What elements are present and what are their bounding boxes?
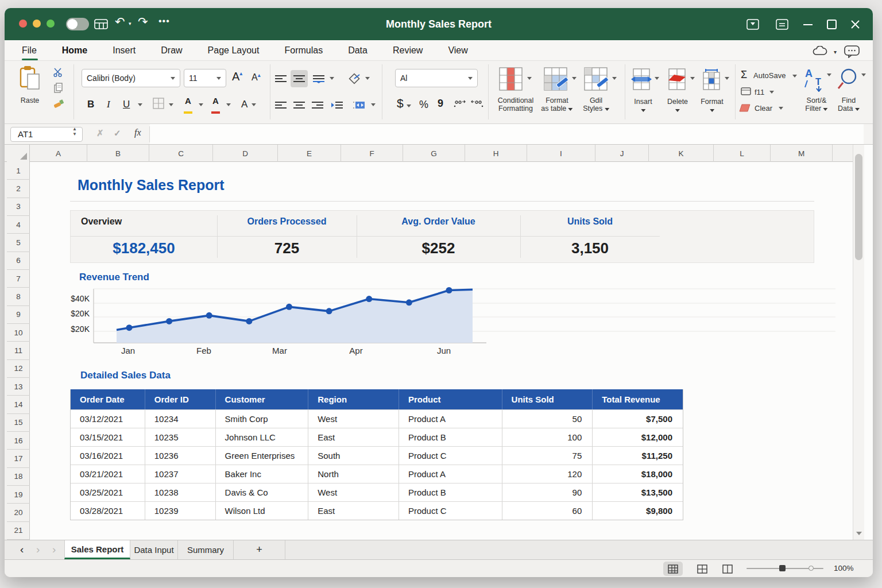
- fill-chevron-icon[interactable]: [769, 91, 774, 94]
- menu-tab-file[interactable]: File: [22, 45, 37, 56]
- row-header-9[interactable]: 9: [7, 306, 30, 324]
- menu-tab-page-layout[interactable]: Page Layout: [208, 45, 260, 56]
- borders-chevron-icon[interactable]: [169, 103, 173, 106]
- row-header-5[interactable]: 5: [7, 234, 30, 252]
- font-color-icon[interactable]: A: [211, 96, 220, 116]
- delete-cells-icon[interactable]: [666, 68, 688, 91]
- currency-chevron-icon[interactable]: [407, 105, 411, 107]
- share-chevron-icon[interactable]: ▾: [834, 49, 837, 55]
- row-header-1[interactable]: 1: [7, 162, 30, 180]
- indent-icon[interactable]: [331, 101, 343, 110]
- format-cells-icon[interactable]: [701, 68, 722, 91]
- more-font-chevron-icon[interactable]: [252, 103, 256, 106]
- scroll-down-icon[interactable]: [856, 532, 862, 535]
- format-as-table-icon[interactable]: [543, 67, 570, 92]
- prev-sheet-icon[interactable]: ‹: [20, 543, 24, 556]
- align-middle-icon[interactable]: [291, 70, 308, 87]
- decrease-font-icon[interactable]: A▴: [252, 72, 261, 83]
- number-format-select[interactable]: Al: [395, 69, 478, 87]
- sort-filter-chevron-icon[interactable]: [827, 74, 831, 76]
- normal-view-icon[interactable]: [663, 562, 683, 576]
- comma-icon[interactable]: 9: [438, 98, 443, 110]
- paste-label[interactable]: Raste: [21, 96, 40, 105]
- page-break-view-icon[interactable]: [718, 562, 737, 576]
- percent-icon[interactable]: %: [419, 99, 428, 111]
- row-header-13[interactable]: 13: [7, 378, 30, 396]
- delete-chevron-icon[interactable]: [690, 77, 695, 80]
- menu-tab-insert[interactable]: Insert: [113, 45, 136, 56]
- column-header-B[interactable]: B: [87, 145, 149, 162]
- row-header-18[interactable]: 18: [7, 468, 30, 486]
- find-data-label[interactable]: FindData: [838, 96, 860, 113]
- column-header-H[interactable]: H: [465, 145, 527, 162]
- more-font-icon[interactable]: A: [241, 99, 247, 110]
- scrollbar-thumb[interactable]: [855, 154, 862, 260]
- paste-icon[interactable]: [17, 65, 42, 91]
- column-header-L[interactable]: L: [714, 145, 771, 162]
- merge-chevron-icon[interactable]: [371, 103, 376, 106]
- row-header-2[interactable]: 2: [7, 180, 30, 198]
- cut-icon[interactable]: [53, 68, 63, 77]
- orientation-chevron-icon[interactable]: [365, 77, 370, 80]
- align-top-icon[interactable]: [274, 75, 287, 83]
- row-header-14[interactable]: 14: [7, 396, 30, 413]
- align-center-icon[interactable]: [293, 101, 305, 110]
- zoom-level[interactable]: 100%: [834, 564, 854, 572]
- page-layout-view-icon[interactable]: [693, 562, 712, 576]
- delete-label[interactable]: Delete: [667, 98, 688, 114]
- row-header-16[interactable]: 16: [7, 432, 30, 450]
- increase-font-icon[interactable]: A▴: [232, 70, 242, 83]
- format-as-table-label[interactable]: Formatas table: [541, 96, 572, 113]
- sort-filter-icon[interactable]: A T: [804, 67, 827, 92]
- menu-tab-draw[interactable]: Draw: [161, 45, 182, 56]
- row-header-8[interactable]: 8: [7, 288, 30, 305]
- comment-icon[interactable]: [844, 45, 860, 58]
- column-header-I[interactable]: I: [527, 145, 595, 162]
- row-header-19[interactable]: 19: [7, 486, 30, 504]
- column-header-G[interactable]: G: [403, 145, 465, 162]
- menu-tab-formulas[interactable]: Formulas: [284, 45, 323, 56]
- format-as-table-chevron-icon[interactable]: [572, 77, 577, 80]
- fill-label[interactable]: f11: [755, 88, 764, 96]
- confirm-entry-icon[interactable]: ✓: [114, 128, 121, 138]
- format-label[interactable]: Format: [701, 98, 724, 114]
- conditional-formatting-label[interactable]: ConditionalFormatting: [498, 96, 534, 113]
- column-header-A[interactable]: A: [30, 145, 87, 162]
- clear-icon[interactable]: [738, 103, 751, 113]
- sheet-tab-data-input[interactable]: Data Input: [130, 540, 178, 559]
- underline-icon[interactable]: U: [123, 99, 130, 110]
- name-box-stepper[interactable]: ▲▼: [72, 126, 77, 137]
- italic-icon[interactable]: I: [107, 99, 110, 110]
- function-icon[interactable]: fx: [134, 127, 141, 138]
- copy-icon[interactable]: [54, 83, 63, 93]
- formula-input[interactable]: [150, 124, 864, 144]
- format-painter-icon[interactable]: [53, 98, 64, 109]
- row-header-20[interactable]: 20: [7, 504, 30, 521]
- insert-chevron-icon[interactable]: [655, 77, 659, 80]
- select-all-corner[interactable]: [7, 145, 30, 162]
- decrease-decimal-icon[interactable]: [471, 100, 483, 108]
- find-chevron-icon[interactable]: [861, 74, 866, 76]
- bold-icon[interactable]: B: [87, 99, 94, 110]
- share-cloud-icon[interactable]: [811, 46, 831, 57]
- menu-tab-data[interactable]: Data: [348, 45, 368, 56]
- column-header-K[interactable]: K: [649, 145, 714, 162]
- autosave-label[interactable]: AutoSave: [753, 71, 786, 80]
- sheet-tab-sales-report[interactable]: Sales Report: [64, 540, 130, 559]
- column-headers[interactable]: ABCDEFGHIJKLM: [5, 145, 853, 162]
- insert-label[interactable]: Insart: [634, 98, 652, 114]
- cancel-entry-icon[interactable]: ✗: [96, 128, 104, 138]
- cell-styles-chevron-icon[interactable]: [612, 77, 617, 80]
- merge-center-icon[interactable]: [353, 100, 368, 110]
- menu-tab-review[interactable]: Review: [393, 45, 423, 56]
- conditional-formatting-chevron-icon[interactable]: [527, 77, 532, 80]
- minimize-icon[interactable]: [803, 24, 813, 26]
- row-header-11[interactable]: 11: [7, 342, 30, 359]
- column-header-E[interactable]: E: [278, 145, 341, 162]
- align-left-icon[interactable]: [274, 101, 287, 110]
- column-header-J[interactable]: J: [595, 145, 649, 162]
- font-color-chevron-icon[interactable]: [226, 103, 231, 106]
- autosave-chevron-icon[interactable]: [792, 75, 797, 78]
- font-name-select[interactable]: Calibri (Body): [82, 69, 180, 87]
- autosum-icon[interactable]: Σ: [741, 69, 747, 81]
